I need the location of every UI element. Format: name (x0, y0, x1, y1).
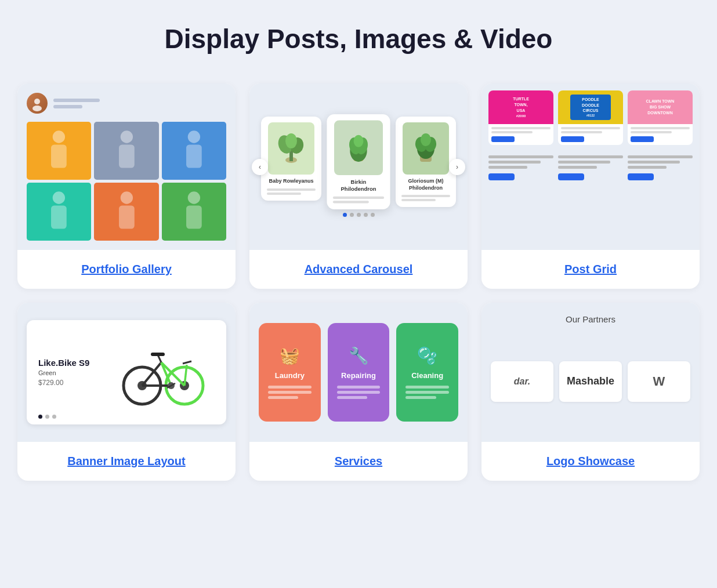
header-lines (53, 99, 100, 108)
dot-3[interactable] (357, 213, 361, 217)
laundry-line-1 (268, 386, 311, 389)
post-card-line-2 (491, 131, 533, 133)
post-card-line-1 (491, 127, 551, 129)
dot-4[interactable] (364, 213, 368, 217)
post-card-line-4 (561, 131, 602, 133)
svg-rect-11 (119, 206, 135, 229)
post-card-2: POODLEDOODLECIRCUS#0122 (558, 90, 623, 145)
dot-2[interactable] (350, 213, 354, 217)
legend-line-2 (488, 161, 541, 164)
banner-text-block: Like.Bike S9 Green $729.00 (38, 358, 108, 387)
banner-product-subtitle: Green (38, 369, 108, 376)
cleaning-lines (405, 386, 448, 399)
svg-point-12 (188, 192, 200, 204)
carousel-card-lines-2 (333, 197, 384, 204)
svg-point-23 (354, 135, 364, 147)
services-label[interactable]: Services (249, 442, 468, 481)
post-card-body-1 (488, 124, 553, 145)
service-card-repairing: 🔧 Repairing (328, 323, 390, 422)
logo-mashable-text: Mashable (567, 375, 614, 387)
cleaning-line-1 (405, 386, 448, 389)
card-grid: Portfolio Gallery ‹ (17, 84, 700, 481)
legend-line-4 (558, 155, 623, 158)
banner-dots (38, 415, 56, 419)
logo-box-radar: dar. (491, 361, 553, 402)
svg-point-4 (120, 130, 132, 143)
laundry-lines (268, 386, 311, 399)
photo-cell-5 (94, 183, 158, 241)
post-card-btn-1[interactable] (491, 136, 515, 142)
carousel-item-2: Birkin Philodendron (327, 114, 390, 209)
repairing-line-2 (337, 391, 380, 394)
post-card-btn-3[interactable] (631, 136, 654, 142)
banner-image-layout-label[interactable]: Banner Image Layout (17, 442, 236, 481)
legend-line-6 (558, 166, 597, 169)
post-card-3: CLAWN TOWNBIG SHOWDOWNTOWN (628, 90, 693, 145)
dot-5[interactable] (371, 213, 375, 217)
advanced-carousel-label[interactable]: Advanced Carousel (249, 250, 468, 289)
banner-card: Like.Bike S9 Green $729.00 (27, 320, 226, 424)
photo-cell-2 (94, 122, 158, 180)
svg-point-18 (285, 133, 297, 148)
photo-cell-6 (162, 183, 226, 241)
svg-point-0 (34, 99, 40, 104)
banner-preview: Like.Bike S9 Green $729.00 (17, 303, 236, 442)
carousel-card-lines-3 (401, 195, 450, 201)
service-cleaning-label: Cleaning (411, 371, 443, 380)
service-card-cleaning: 🫧 Cleaning (396, 323, 458, 422)
svg-point-28 (421, 133, 431, 146)
card-banner-image-layout: Like.Bike S9 Green $729.00 (17, 303, 236, 481)
cleaning-icon: 🫧 (417, 346, 437, 365)
carousel-dots (261, 213, 456, 217)
laundry-line-2 (268, 391, 311, 394)
legend-line-3 (488, 166, 527, 169)
card-portfolio-gallery: Portfolio Gallery (17, 84, 236, 289)
repairing-line-3 (337, 396, 367, 399)
post-grid-label[interactable]: Post Grid (481, 250, 700, 289)
logo-showcase-label[interactable]: Logo Showcase (481, 442, 700, 481)
plant-image-3 (403, 122, 449, 175)
plant-image-1 (268, 122, 314, 175)
line-2 (401, 199, 436, 201)
logo-w-text: W (653, 374, 665, 389)
post-card-btn-2[interactable] (561, 136, 584, 142)
banner-dot-2[interactable] (45, 415, 49, 419)
banner-dot-3[interactable] (52, 415, 56, 419)
card-advanced-carousel: ‹ Baby Rowleyanus (249, 84, 468, 289)
svg-point-2 (53, 130, 65, 143)
logo-radar-text: dar. (514, 376, 530, 387)
svg-rect-3 (51, 144, 67, 168)
service-repairing-label: Repairing (341, 371, 376, 380)
svg-rect-7 (186, 144, 202, 168)
banner-dot-1[interactable] (38, 415, 42, 419)
services-preview: 🧺 Laundry 🔧 Repairing (249, 303, 468, 442)
cleaning-line-3 (405, 396, 436, 399)
legend-line-5 (558, 161, 610, 164)
legend-btn-3[interactable] (628, 173, 654, 180)
laundry-line-3 (268, 396, 298, 399)
carousel-item-1: Baby Rowleyanus (261, 117, 321, 201)
post-grid-row-1: TURTLETOWN,USA#2000 POODLEDOODLECIR (488, 90, 693, 145)
card-post-grid: TURTLETOWN,USA#2000 POODLEDOODLECIR (481, 84, 700, 289)
service-card-laundry: 🧺 Laundry (259, 323, 321, 422)
portfolio-gallery-label[interactable]: Portfolio Gallery (17, 250, 236, 289)
logo-preview: Our Partners dar. Mashable W (481, 303, 700, 442)
repairing-lines (337, 386, 380, 399)
logo-box-w: W (628, 361, 690, 402)
carousel-item-1-name: Baby Rowleyanus (269, 178, 313, 185)
card-logo-showcase: Our Partners dar. Mashable W Logo Showca… (481, 303, 700, 481)
svg-point-10 (120, 192, 132, 204)
svg-point-1 (32, 106, 42, 111)
legend-btn-2[interactable] (558, 173, 584, 180)
post-card-img-1: TURTLETOWN,USA#2000 (488, 90, 553, 124)
photo-cell-4 (27, 183, 91, 241)
legend-btn-1[interactable] (488, 173, 515, 180)
carousel-prev-button[interactable]: ‹ (252, 159, 268, 175)
carousel-next-button[interactable]: › (449, 159, 465, 175)
dot-1[interactable] (343, 213, 347, 217)
photo-cell-3 (162, 122, 226, 180)
legend-line-8 (628, 161, 680, 164)
header-line-2 (53, 105, 82, 108)
header-line-1 (53, 99, 100, 102)
logo-box-mashable: Mashable (559, 361, 622, 402)
